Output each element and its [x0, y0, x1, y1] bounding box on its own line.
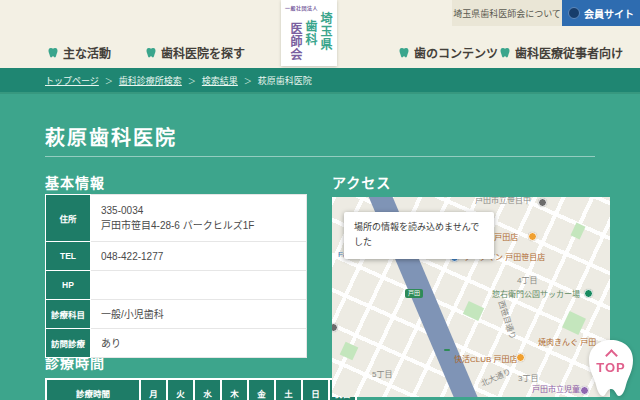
- page-title: 萩原歯科医院: [45, 122, 177, 151]
- departments-value: 一般/小児歯科: [91, 300, 307, 329]
- day-thu: 木: [222, 380, 247, 400]
- hp-value: [91, 271, 307, 300]
- breadcrumb-current: 萩原歯科医院: [258, 74, 312, 87]
- day-tue: 火: [168, 380, 193, 400]
- nav-label: 主な活動: [63, 44, 111, 61]
- map-label-jido-center: 戸田市立児童: [532, 386, 580, 394]
- hours-header-row: 診療時間 月 火 水 木 金 土 日 祝日: [47, 380, 355, 400]
- map-route-badge: 戸田: [405, 289, 423, 298]
- member-site-icon: [568, 7, 580, 19]
- map-label-kaikatsu: 快活CLUB 戸田店: [454, 356, 518, 364]
- title-divider: [45, 156, 595, 157]
- nav-item-activities[interactable]: 主な活動: [48, 44, 111, 61]
- breadcrumb-separator: ＞: [244, 75, 252, 86]
- address-text: 戸田市笹目4-28-6 パークヒルズ1F: [101, 218, 296, 233]
- map-poi-shopping-icon: [516, 353, 525, 362]
- row-label: 診療科目: [46, 300, 91, 329]
- breadcrumb-separator: ＞: [105, 75, 113, 86]
- day-mon: 月: [141, 380, 166, 400]
- map-label-chome5: 5丁目: [372, 371, 392, 379]
- breadcrumb-link-search[interactable]: 歯科診療所検索: [119, 74, 182, 87]
- top-button-label: TOP: [584, 360, 638, 375]
- tooth-icon: [48, 47, 58, 58]
- map-error-popup: 場所の情報を読み込めませんでした: [344, 212, 494, 259]
- nav-label: 歯科医院を探す: [161, 44, 245, 61]
- day-wed: 水: [195, 380, 220, 400]
- office-hours-table: 診療時間 月 火 水 木 金 土 日 祝日: [45, 378, 357, 400]
- map-label-street-nishisasame: 西笹目通り: [496, 300, 516, 341]
- visiting-care-value: あり: [91, 329, 307, 358]
- day-sat: 土: [276, 380, 301, 400]
- tooth-icon: [146, 47, 156, 58]
- day-sun: 日: [303, 380, 328, 400]
- map-poi-shopping-icon: [528, 232, 537, 241]
- about-link-label: 埼玉県歯科医師会について: [453, 7, 561, 20]
- row-label: HP: [46, 271, 91, 300]
- map-poi-park-icon: [584, 289, 593, 298]
- row-label: TEL: [46, 242, 91, 271]
- nav-item-professionals[interactable]: 歯科医療従事者向け: [500, 44, 623, 61]
- breadcrumb-link-home[interactable]: トップページ: [45, 74, 99, 87]
- map-label-street-kitaodori: 北大通り: [480, 368, 512, 388]
- hours-header-label: 診療時間: [47, 380, 139, 400]
- tel-value: 048-422-1277: [91, 242, 307, 271]
- access-map[interactable]: 戸田市立笹目中 楽 戸田店 ワークマン 戸田笹目店 4丁目 惣右衛門公園サッカー…: [332, 197, 610, 397]
- table-row-tel: TEL 048-422-1277: [46, 242, 307, 271]
- map-label-soccer-field: 惣右衛門公園サッカー場: [492, 291, 580, 299]
- map-poi-icon: [332, 323, 338, 332]
- tooth-icon: [399, 47, 409, 58]
- access-heading: アクセス: [332, 172, 391, 192]
- map-route-badge-small: [444, 349, 450, 351]
- row-label: 住所: [46, 195, 91, 242]
- nav-label: 歯科医療従事者向け: [515, 44, 623, 61]
- nav-item-find-clinic[interactable]: 歯科医院を探す: [146, 44, 245, 61]
- member-site-label: 会員サイト: [584, 6, 634, 21]
- map-label-chome4: 4丁目: [517, 277, 537, 285]
- table-row-visiting-care: 訪問診療 あり: [46, 329, 307, 358]
- breadcrumb-separator: ＞: [188, 75, 196, 86]
- breadcrumb: トップページ ＞ 歯科診療所検索 ＞ 検索結果 ＞ 萩原歯科医院: [0, 68, 640, 94]
- map-park-area: [463, 301, 484, 321]
- map-park-area: [562, 311, 586, 335]
- breadcrumb-link-results[interactable]: 検索結果: [202, 74, 238, 87]
- day-fri: 金: [249, 380, 274, 400]
- map-park-area: [340, 342, 359, 361]
- member-site-button[interactable]: 会員サイト: [562, 0, 640, 26]
- site-logo[interactable]: 一般社団法人 埼玉県 歯科 医師会: [281, 0, 337, 66]
- row-label: 訪問診療: [46, 329, 91, 358]
- map-poi-icon: [538, 198, 547, 207]
- table-row-hp: HP: [46, 271, 307, 300]
- table-row-departments: 診療科目 一般/小児歯科: [46, 300, 307, 329]
- map-label-chome3: 3丁目: [518, 375, 538, 383]
- nav-label: 歯のコンテンツ: [414, 44, 498, 61]
- map-park-area: [571, 223, 586, 240]
- logo-text: 埼玉県 歯科 医師会: [287, 6, 332, 64]
- map-error-text: 場所の情報を読み込めませんでした: [354, 222, 479, 247]
- nav-item-tooth-contents[interactable]: 歯のコンテンツ: [399, 44, 498, 61]
- basic-info-heading: 基本情報: [45, 172, 105, 192]
- back-to-top-button[interactable]: TOP: [584, 338, 638, 398]
- site-header: 埼玉県歯科医師会について 会員サイト 主な活動 歯科医院を探す 歯のコンテンツ …: [0, 0, 640, 68]
- basic-info-table: 住所 335-0034 戸田市笹目4-28-6 パークヒルズ1F TEL 048…: [45, 194, 307, 358]
- table-row-address: 住所 335-0034 戸田市笹目4-28-6 パークヒルズ1F: [46, 195, 307, 242]
- map-label-school: 戸田市立笹目中: [475, 197, 531, 205]
- tooth-icon: [500, 47, 510, 58]
- about-link[interactable]: 埼玉県歯科医師会について: [452, 0, 562, 26]
- postal-code: 335-0034: [101, 203, 296, 218]
